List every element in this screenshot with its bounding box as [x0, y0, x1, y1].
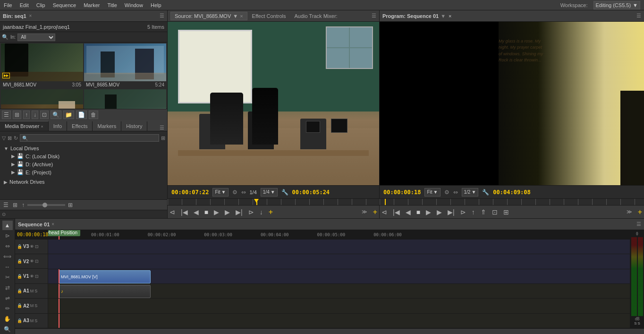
automate-button[interactable]: ⊡	[40, 111, 49, 119]
program-step-back-button[interactable]: ◀	[404, 207, 413, 217]
source-wrench-icon[interactable]: 🔧	[281, 189, 288, 196]
program-playhead[interactable]	[385, 199, 386, 205]
timeline-scrollbar[interactable]	[15, 328, 644, 334]
program-close-button[interactable]: ×	[449, 13, 451, 19]
delete-button[interactable]: 🗑	[89, 111, 98, 119]
program-timecode[interactable]: 00:00:00:18	[383, 189, 421, 196]
program-zoom-icon[interactable]: ⇔	[453, 189, 458, 196]
menu-title[interactable]: Title	[107, 2, 117, 8]
list-item[interactable]: MVI_8684.MOV 3:20	[1, 89, 83, 109]
source-prev-edit-button[interactable]: |◀	[179, 207, 190, 217]
razor-tool[interactable]: ✂	[2, 273, 13, 282]
source-play-button[interactable]: ▶	[212, 207, 221, 217]
program-settings-icon[interactable]: ⚙	[444, 189, 449, 196]
list-item[interactable]: ▶▶ MVI_8681.MOV 3:05	[1, 43, 83, 88]
source-next-edit-button[interactable]: ▶|	[234, 207, 245, 217]
track-solo-a1[interactable]: S	[34, 289, 37, 293]
program-timeline-ruler[interactable]	[380, 198, 644, 205]
track-toggle-v3[interactable]: ⊡	[35, 244, 39, 249]
track-v1[interactable]: MVI_8681.MOV [V]	[48, 269, 630, 284]
program-next-edit-button[interactable]: ▶|	[446, 207, 457, 217]
menu-file[interactable]: File	[4, 2, 12, 8]
program-fit-dropdown[interactable]: Fit ▼	[424, 188, 440, 197]
source-add-button[interactable]: +	[371, 207, 379, 217]
source-insert-button[interactable]: ↓	[258, 207, 265, 217]
track-mute-a3[interactable]: M	[30, 318, 34, 323]
track-v3[interactable]	[48, 240, 630, 254]
program-trim-button[interactable]: ⊡	[490, 207, 500, 217]
list-view-btn[interactable]: ☰	[2, 201, 10, 209]
list-item[interactable]: MVI_8685.MOV 5:24	[84, 43, 166, 88]
track-lock-a1[interactable]: 🔒	[17, 289, 22, 293]
program-play-button[interactable]: ▶	[424, 207, 433, 217]
drive-d[interactable]: ▶ 💾 D: (Archive)	[9, 160, 165, 168]
rolling-edit-tool[interactable]: ⟺	[2, 252, 13, 261]
track-mute-a1[interactable]: M	[30, 289, 34, 293]
program-safe-margins-button[interactable]: ⊞	[501, 207, 511, 217]
track-solo-a3[interactable]: S	[34, 318, 37, 323]
refresh-button[interactable]: ↻	[14, 135, 18, 141]
bin-menu-button[interactable]: ☰	[160, 13, 164, 19]
panel-flyout-button[interactable]: ☰	[157, 125, 167, 131]
zoom-tool[interactable]: 🔍	[2, 325, 13, 334]
effect-controls-tab[interactable]: Effect Controls	[248, 12, 290, 20]
source-clip-tab[interactable]: Source: MVI_8685.MOV ▼ ×	[170, 12, 247, 20]
source-tab-arrow[interactable]: ▼	[233, 13, 238, 19]
audio-clip-a1[interactable]: ♪	[59, 285, 151, 298]
video-clip-v1[interactable]: MVI_8681.MOV [V]	[59, 270, 151, 283]
track-eye-v3[interactable]: 👁	[30, 244, 34, 249]
source-more-button[interactable]: ≫	[360, 207, 369, 217]
media-search-input[interactable]: 🔍	[22, 136, 28, 141]
menu-sequence[interactable]: Sequence	[53, 2, 76, 8]
program-step-fwd-button[interactable]: ▶	[435, 207, 444, 217]
source-step-fwd-button[interactable]: ▶	[223, 207, 232, 217]
track-toggle-v1[interactable]: ⊡	[35, 274, 39, 279]
rate-stretch-tool[interactable]: ↔	[2, 262, 13, 272]
menu-marker[interactable]: Marker	[84, 2, 100, 8]
program-dropdown-arrow[interactable]: ▼	[441, 13, 446, 19]
track-v2[interactable]	[48, 254, 630, 269]
search-options-button[interactable]: ⊞	[161, 135, 165, 141]
filter-button[interactable]: ⊠	[8, 135, 12, 141]
find-button[interactable]: 🔍	[51, 111, 61, 119]
network-drives-header[interactable]: ▶ Network Drives	[2, 178, 165, 186]
source-timecode[interactable]: 00:00:07:22	[171, 189, 209, 196]
slide-tool[interactable]: ⇌	[2, 293, 13, 303]
source-settings-icon[interactable]: ⚙	[232, 189, 237, 196]
sort-desc-button[interactable]: ↓	[32, 111, 38, 119]
menu-help[interactable]: Help	[151, 2, 161, 8]
track-mute-a2[interactable]: M	[30, 303, 34, 308]
track-lock-v1[interactable]: 🔒	[17, 274, 22, 279]
menu-clip[interactable]: Clip	[36, 2, 45, 8]
list-view-button[interactable]: ☰	[2, 111, 11, 119]
program-extract-button[interactable]: ⇑	[479, 207, 488, 217]
track-select-tool[interactable]: ⊳	[2, 231, 13, 240]
track-lock-v3[interactable]: 🔒	[17, 244, 22, 249]
program-wrench-icon[interactable]: 🔧	[482, 189, 489, 196]
audio-mixer-tab[interactable]: Audio Track Mixer:	[291, 12, 341, 20]
source-tab-close[interactable]: ×	[240, 13, 243, 19]
track-eye-v1[interactable]: 👁	[30, 274, 34, 279]
program-flyout-button[interactable]: ☰	[636, 13, 641, 19]
ripple-edit-tool[interactable]: ⇔	[2, 241, 13, 251]
program-stop-button[interactable]: ■	[415, 207, 422, 217]
timeline-close-button[interactable]: ×	[51, 222, 54, 227]
local-drives-header[interactable]: ▼ Local Drives	[2, 145, 165, 152]
source-in-point-button[interactable]: ⊲	[168, 207, 177, 217]
list-item[interactable]: MVI_8695.MOV 5:24	[84, 89, 166, 109]
source-timeline-ruler[interactable]	[168, 198, 379, 205]
source-out-point-button[interactable]: ⊳	[246, 207, 256, 217]
program-add-button[interactable]: +	[636, 207, 644, 217]
icon-view-btn[interactable]: ⊞	[11, 201, 19, 209]
in-dropdown[interactable]: All	[17, 34, 55, 41]
icon-view-button[interactable]: ⊞	[13, 111, 21, 119]
program-lift-button[interactable]: ↑	[470, 207, 477, 217]
source-overlay-button[interactable]: +	[267, 207, 275, 217]
source-step-back-button[interactable]: ◀	[192, 207, 201, 217]
source-fraction-dropdown[interactable]: 1/4 ▼	[261, 188, 278, 197]
source-stop-button[interactable]: ■	[203, 207, 210, 217]
tab-media-browser[interactable]: Media Browser ×	[0, 121, 49, 131]
tab-history[interactable]: History	[121, 121, 147, 131]
track-a1[interactable]: ♪	[48, 284, 630, 299]
hand-tool[interactable]: ✋	[2, 314, 13, 324]
